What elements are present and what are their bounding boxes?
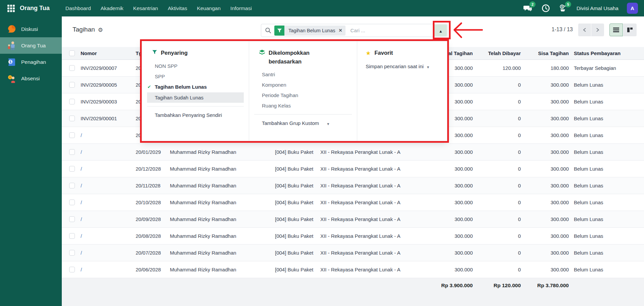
column-header-dibayar[interactable]: Telah Dibayar [473, 50, 521, 56]
cell-status: Belum Lunas [569, 82, 644, 88]
filter-option-tagihan-sudah-lunas[interactable]: Tagihan Sudah Lunas [147, 92, 244, 103]
breadcrumb: Tagihan [73, 26, 103, 33]
cell-komponen: [004] Buku Paket [275, 183, 320, 188]
cell-status: Belum Lunas [569, 116, 644, 121]
caret-down-icon [327, 120, 329, 126]
row-checkbox[interactable] [69, 250, 75, 256]
row-checkbox[interactable] [69, 166, 75, 172]
messages-icon[interactable]: 2 [523, 4, 533, 13]
row-checkbox[interactable] [69, 132, 75, 138]
menu-item-akademik[interactable]: Akademik [101, 5, 124, 11]
menu-item-dashboard[interactable]: Dashboard [65, 5, 91, 11]
user-name[interactable]: Divisi Amal Usaha [577, 5, 618, 11]
cell-komponen: [004] Buku Paket [275, 149, 320, 155]
sidebar: Diskusi Orang Tua $ Penagihan Absensi [0, 16, 62, 306]
search-input[interactable]: Cari ... [350, 28, 365, 33]
table-row[interactable]: /20/08/2028Muhammad Rizky Ramadhan[004] … [62, 228, 644, 245]
kanban-view-button[interactable] [623, 24, 637, 36]
search-facet[interactable]: Tagihan Belum Lunas [274, 26, 346, 36]
filter-option-tagihan-belum-lunas[interactable]: Tagihan Belum Lunas [142, 82, 249, 92]
gear-icon[interactable] [98, 26, 103, 33]
column-header-status[interactable]: Status Pembayaran [569, 50, 644, 56]
cell-nomor: INV/2029/00003 [81, 99, 136, 104]
row-checkbox[interactable] [69, 183, 75, 188]
row-checkbox[interactable] [69, 65, 75, 71]
cell-santri: Muhammad Rizky Ramadhan [170, 200, 275, 205]
cell-tgl: 20/09/2028 [136, 216, 170, 222]
cell-nomor: INV/2029/00005 [81, 82, 136, 88]
cell-sisa: 300.000 [521, 183, 569, 188]
app-name[interactable]: Orang Tua [20, 5, 50, 12]
table-row[interactable]: /20/12/2028Muhammad Rizky Ramadhan[004] … [62, 161, 644, 177]
cell-tgl: 20/07/2028 [136, 250, 170, 256]
menu-item-aktivitas[interactable]: Aktivitas [168, 5, 187, 11]
cell-kelas: XII - Rekayasa Perangkat Lunak - A [320, 149, 413, 155]
table-row[interactable]: /20/01/2029Muhammad Rizky Ramadhan[004] … [62, 144, 644, 161]
menu-item-keuangan[interactable]: Keuangan [197, 5, 221, 11]
filter-option-spp[interactable]: SPP [142, 71, 249, 82]
sidebar-item-penagihan[interactable]: $ Penagihan [0, 54, 62, 70]
row-checkbox[interactable] [69, 233, 75, 239]
groupby-option-ruang-kelas[interactable]: Ruang Kelas [249, 100, 357, 111]
filter-option-non-spp[interactable]: NON SPP [142, 61, 249, 71]
sidebar-item-absensi[interactable]: Absensi [0, 70, 62, 87]
menu-item-kesantrian[interactable]: Kesantrian [133, 5, 158, 11]
messages-badge: 2 [530, 1, 536, 7]
avatar[interactable]: A [627, 3, 638, 14]
footer-dibayar: Rp 120.000 [473, 282, 521, 306]
favorites-title: Favorit [374, 49, 393, 57]
cell-komponen: [004] Buku Paket [275, 267, 320, 272]
column-header-sisa[interactable]: Sisa Tagihan [521, 50, 569, 56]
save-current-search[interactable]: Simpan pencarian saat ini [357, 61, 448, 72]
add-custom-group[interactable]: Tambahkan Grup Kustom [249, 118, 357, 129]
payments-activity-icon[interactable]: $ 5 [559, 4, 568, 13]
table-row[interactable]: /20/10/2028Muhammad Rizky Ramadhan[004] … [62, 194, 644, 211]
cell-status: Belum Lunas [569, 267, 644, 272]
table-row[interactable]: /20/06/2028Muhammad Rizky Ramadhan[004] … [62, 261, 644, 278]
topbar-menu: Dashboard Akademik Kesantrian Aktivitas … [65, 5, 252, 11]
cell-kelas: XII - Rekayasa Perangkat Lunak - A [320, 166, 413, 172]
sidebar-item-orang-tua[interactable]: Orang Tua [0, 37, 62, 54]
row-checkbox[interactable] [69, 149, 75, 155]
row-checkbox[interactable] [69, 200, 75, 205]
search-options-toggle[interactable] [434, 25, 447, 36]
filters-title: Penyaring [161, 49, 188, 57]
pager-next-button[interactable] [591, 24, 604, 36]
table-row[interactable]: /20/11/2028Muhammad Rizky Ramadhan[004] … [62, 177, 644, 194]
filter-icon [152, 50, 157, 54]
cell-total: 300.000 [413, 183, 473, 188]
search-bar[interactable]: Tagihan Belum Lunas Cari ... [261, 24, 448, 37]
cell-status: Belum Lunas [569, 183, 644, 188]
groupby-option-komponen[interactable]: Komponen [249, 80, 357, 90]
cell-sisa: 180.000 [521, 65, 569, 71]
cell-dibayar: 0 [473, 82, 521, 88]
facet-remove-icon[interactable] [338, 26, 346, 36]
column-header-nomor[interactable]: Nomor [81, 50, 136, 56]
row-checkbox[interactable] [69, 82, 75, 88]
cell-santri: Muhammad Rizky Ramadhan [170, 267, 275, 272]
groupby-option-periode-tagihan[interactable]: Periode Tagihan [249, 90, 357, 100]
cell-komponen: [004] Buku Paket [275, 216, 320, 222]
add-custom-filter[interactable]: Tambahkan Penyaring Sendiri [142, 110, 249, 120]
clock-icon[interactable] [541, 4, 550, 13]
sidebar-item-diskusi[interactable]: Diskusi [0, 21, 62, 37]
table-row[interactable]: /20/09/2028Muhammad Rizky Ramadhan[004] … [62, 211, 644, 228]
table-row[interactable]: /20/07/2028Muhammad Rizky Ramadhan[004] … [62, 245, 644, 261]
cell-komponen: [004] Buku Paket [275, 233, 320, 239]
cell-kelas: XII - Rekayasa Perangkat Lunak - A [320, 267, 413, 272]
row-checkbox[interactable] [69, 99, 75, 104]
menu-item-informasi[interactable]: Informasi [230, 5, 252, 11]
apps-grid-icon[interactable] [7, 5, 15, 12]
cell-dibayar: 0 [473, 267, 521, 272]
svg-text:$: $ [561, 5, 563, 8]
groupby-option-santri[interactable]: Santri [249, 69, 357, 80]
row-checkbox[interactable] [69, 216, 75, 222]
pager-previous-button[interactable] [578, 24, 591, 36]
search-options-dropdown: Penyaring NON SPP SPP Tagihan Belum Luna… [142, 41, 447, 141]
list-view-icon [613, 28, 619, 32]
row-checkbox[interactable] [69, 267, 75, 272]
list-view-button[interactable] [609, 24, 623, 36]
row-checkbox[interactable] [69, 116, 75, 121]
select-all-checkbox[interactable] [69, 50, 75, 56]
cell-total: 300.000 [413, 216, 473, 222]
